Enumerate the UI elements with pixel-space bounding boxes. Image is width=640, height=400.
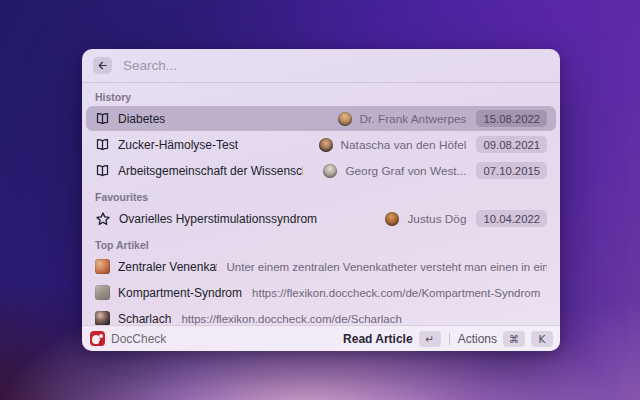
result-title: Ovarielles Hyperstimulationssyndrom [119, 212, 317, 226]
article-title: Kompartment-Syndrom [118, 286, 242, 300]
article-description: Unter einem zentralen Venenkatheter vers… [227, 261, 547, 273]
author-avatar [385, 212, 399, 226]
article-thumbnail [95, 285, 110, 300]
results-list: History Diabetes Dr. Frank Antwerpes 15.… [82, 83, 560, 325]
footer-bar: DocCheck Read Article ↵ Actions ⌘ K [82, 325, 560, 351]
article-url: https://flexikon.doccheck.com/de/Kompart… [252, 287, 540, 299]
book-open-icon [95, 163, 110, 178]
section-label-favourites: Favourites [95, 191, 547, 203]
article-row-zentraler-venenkatheter[interactable]: Zentraler Venenkatheter Unter einem zent… [86, 254, 556, 279]
article-row-kompartment-syndrom[interactable]: Kompartment-Syndrom https://flexikon.doc… [86, 280, 556, 305]
section-label-top-artikel: Top Artikel [95, 239, 547, 251]
result-title: Zucker-Hämolyse-Test [118, 138, 238, 152]
author-avatar [319, 138, 333, 152]
article-thumbnail [95, 259, 110, 274]
date-badge: 07.10.2015 [476, 162, 547, 179]
read-article-action[interactable]: Read Article [343, 332, 413, 346]
k-keycap: K [531, 331, 553, 347]
author-name: Dr. Frank Antwerpes [360, 112, 467, 126]
article-url: https://flexikon.doccheck.com/de/Scharla… [181, 313, 402, 325]
article-thumbnail [95, 311, 110, 325]
result-title: Diabetes [118, 112, 165, 126]
article-row-scharlach[interactable]: Scharlach https://flexikon.doccheck.com/… [86, 306, 556, 325]
doccheck-search-window: History Diabetes Dr. Frank Antwerpes 15.… [82, 49, 560, 351]
book-open-icon [95, 111, 110, 126]
search-bar [82, 49, 560, 82]
date-badge: 15.08.2022 [476, 110, 547, 127]
result-row-arbeitsgemeinschaft[interactable]: Arbeitsgemeinschaft der Wissenschaftlich… [86, 158, 556, 183]
date-badge: 10.04.2022 [476, 210, 547, 227]
back-button[interactable] [93, 57, 112, 74]
result-row-diabetes[interactable]: Diabetes Dr. Frank Antwerpes 15.08.2022 [86, 106, 556, 131]
actions-menu[interactable]: Actions [458, 332, 497, 346]
article-title: Zentraler Venenkatheter [118, 260, 217, 274]
footer-divider [449, 333, 450, 345]
date-badge: 09.08.2021 [476, 136, 547, 153]
result-row-zucker-haemolyse-test[interactable]: Zucker-Hämolyse-Test Natascha van den Hö… [86, 132, 556, 157]
search-input[interactable] [121, 57, 549, 74]
author-name: Georg Graf von West... [345, 164, 466, 178]
command-keycap: ⌘ [503, 331, 525, 347]
arrow-left-icon [97, 60, 109, 71]
doccheck-logo-icon [90, 331, 105, 346]
article-title: Scharlach [118, 312, 171, 326]
book-open-icon [95, 137, 110, 152]
section-label-history: History [95, 91, 547, 103]
author-name: Justus Dög [407, 212, 466, 226]
result-title: Arbeitsgemeinschaft der Wissenschaftlich… [118, 164, 303, 178]
author-avatar [323, 164, 337, 178]
author-avatar [338, 112, 352, 126]
app-name: DocCheck [111, 332, 166, 346]
desktop-background: History Diabetes Dr. Frank Antwerpes 15.… [0, 0, 640, 400]
result-row-ovarielles-hyperstimulationssyndrom[interactable]: Ovarielles Hyperstimulationssyndrom Just… [86, 206, 556, 231]
star-icon [95, 211, 111, 227]
author-name: Natascha van den Höfel [341, 138, 467, 152]
return-keycap: ↵ [419, 331, 441, 347]
